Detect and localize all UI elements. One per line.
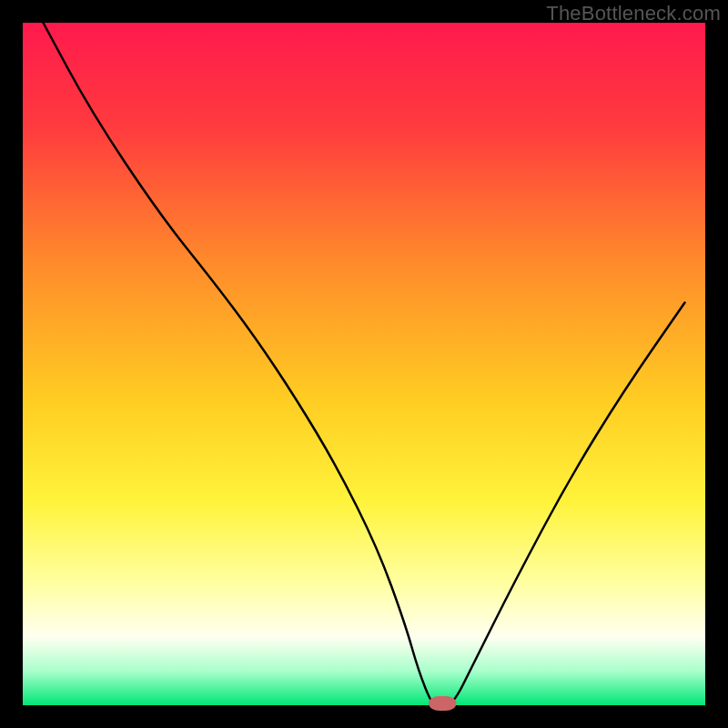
plot-background bbox=[23, 23, 705, 705]
bottleneck-chart: TheBottleneck.com bbox=[0, 0, 728, 728]
chart-svg bbox=[0, 0, 728, 728]
watermark-text: TheBottleneck.com bbox=[546, 2, 721, 25]
optimal-zone-marker bbox=[429, 696, 457, 711]
